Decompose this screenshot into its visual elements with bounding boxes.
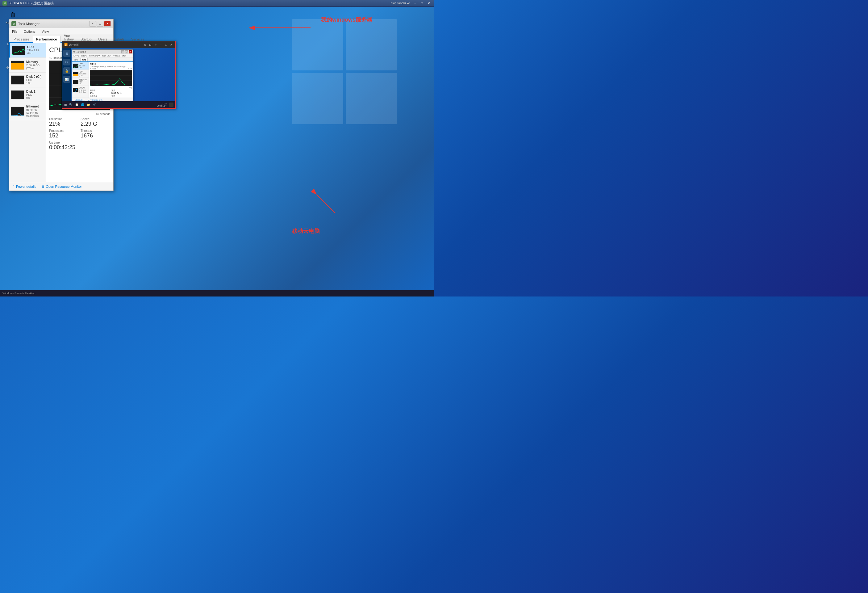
tm-menu-view[interactable]: View	[40, 29, 50, 34]
inner-search-btn[interactable]: 🔍	[69, 103, 72, 106]
inner-menu-app[interactable]: 应用历史记录	[89, 54, 100, 57]
inner-taskview-btn[interactable]: 📋	[75, 103, 78, 106]
inner-tm-icon: ⚙	[73, 51, 75, 53]
inner-menu-startup[interactable]: 启动	[102, 54, 106, 57]
sidebar-item-disk0[interactable]: Disk 0 (C:) HDD 1%	[9, 72, 46, 87]
inner-si-disk[interactable]: 磁盘 0 (C:) HDD 0%	[72, 78, 89, 86]
inner-fewer-details-btn[interactable]: ⌃ 摘要信息(S)	[73, 99, 85, 101]
inner-explorer-btn[interactable]: 📁	[87, 103, 90, 106]
inner-util-stat: 利用率 4%	[90, 90, 111, 95]
chart-time-label: 60 seconds	[49, 112, 110, 115]
inner-chart-labels: % 利用率 100%	[90, 68, 132, 70]
inner-edge-btn[interactable]: 🌐	[81, 103, 84, 106]
inner-menu-file[interactable]: 文件(F)	[73, 54, 79, 57]
win-quad-tr	[346, 19, 397, 70]
inner-task-manager: ⚙ 任务管理器 − □ ✕ 文件(F) 选项(O) 应用历史记录 启动 用户	[72, 49, 133, 101]
inner-open-resource-btn[interactable]: 🖥 打开资源监视器	[87, 99, 103, 101]
inner-cpu-mini	[73, 64, 78, 68]
cpu-sidebar-detail: 21% 2.29 GHz	[27, 49, 44, 55]
server-arrow	[246, 22, 314, 34]
sidebar-item-disk1[interactable]: Disk 1 HDD 0%	[9, 87, 46, 102]
threads-value: 1676	[81, 133, 110, 139]
tm-minimize-btn[interactable]: −	[89, 21, 96, 27]
inner-tm-max-btn[interactable]: □	[125, 50, 128, 53]
inner-menu-options[interactable]: 选项(O)	[81, 54, 87, 57]
minimize-button[interactable]: −	[412, 1, 418, 6]
processes-value: 152	[49, 133, 79, 139]
inner-tab-processes[interactable]: 进程	[73, 58, 80, 61]
win-quad-br	[346, 73, 397, 124]
inner-si-cpu[interactable]: CPU 4% 3.00 GHz	[72, 62, 89, 70]
inner-systray: 21:33 2023/11/4	[157, 102, 167, 107]
tm-maximize-btn[interactable]: □	[97, 21, 103, 27]
inner-store-btn[interactable]: 🛒	[93, 103, 96, 106]
inner-settings-icon[interactable]: ⚙	[143, 43, 147, 47]
disk0-sidebar-name: Disk 0 (C:)	[26, 75, 44, 78]
inner-si-mem[interactable]: 内存 2.1/4.0 GB (52%)	[72, 70, 89, 78]
inner-show-desktop-btn[interactable]	[169, 102, 173, 107]
inner-sidebar-ops-icon[interactable]: 📊	[63, 76, 70, 83]
uptime-stat: Up time 0:00:42:25	[49, 141, 110, 151]
util-stat-label: Utilisation	[49, 117, 79, 121]
tm-menu-file[interactable]: File	[11, 29, 19, 34]
eth-sidebar-info: Ethernet Ethernet S: 344 R: 96.0 Kbps	[26, 105, 44, 117]
remote-titlebar: 🖥 36.134.63.100 - 远程桌面连接 blog.tanglu.xe …	[0, 0, 434, 7]
close-button[interactable]: ✕	[426, 1, 431, 6]
inner-titlebar: 📶 远程桌面 ⚙ ⊡ ⤢ − □ ✕	[62, 41, 175, 48]
threads-stat: Threads 1676	[81, 129, 110, 139]
inner-desktop: ⊞ 🛡 🔒 📊 ⚙ 任务管理器 − □ ✕	[62, 48, 175, 101]
inner-menu-users[interactable]: 用户	[108, 54, 111, 57]
tm-menu-options[interactable]: Options	[22, 29, 37, 34]
inner-start-btn[interactable]: ⊞	[64, 103, 67, 106]
inner-sidebar-monitor-icon[interactable]: 🔒	[63, 67, 70, 74]
inner-minimize-icon[interactable]: −	[159, 43, 163, 47]
speed-value: 2.29 G	[81, 121, 110, 127]
maximize-button[interactable]: □	[419, 1, 425, 6]
tab-processes[interactable]: Processes	[10, 36, 33, 42]
inner-si-eth[interactable]: 以太网 发送: 0 接收: 0 Kbps	[72, 86, 89, 94]
sidebar-item-memory[interactable]: Memory 2.8/4.0 GB (70%)	[9, 58, 46, 72]
recycle-bin-icon: 🗑	[8, 10, 18, 20]
inner-util-label: % 利用率	[90, 68, 96, 70]
inner-tm-close-btn[interactable]: ✕	[129, 50, 132, 53]
inner-taskbar: ⊞ 🔍 📋 🌐 📁 🛒 21:33 2023/11/4	[62, 101, 175, 108]
tm-close-btn[interactable]: ✕	[104, 21, 111, 27]
inner-menu-details[interactable]: 详细信息	[113, 54, 120, 57]
tab-performance[interactable]: Performance	[33, 36, 60, 43]
cpu-sidebar-name: CPU	[27, 46, 44, 49]
server-annotation: 我的windows服务器	[321, 16, 372, 24]
inner-si-mem-text: 内存 2.1/4.0 GB (52%)	[79, 71, 88, 77]
open-resource-monitor-label: Open Resource Monitor	[46, 185, 82, 188]
mem-sidebar-detail: 2.8/4.0 GB (70%)	[26, 64, 44, 70]
inner-cpu-title: CPU	[90, 63, 132, 66]
fewer-details-label: Fewer details	[16, 185, 36, 188]
inner-sidebar-app-icon[interactable]: ⊞	[63, 50, 70, 57]
inner-tm-min-btn[interactable]: −	[121, 50, 124, 53]
sidebar-item-ethernet[interactable]: Ethernet Ethernet S: 344 R: 96.0 Kbps	[9, 102, 46, 120]
open-resource-monitor-btn[interactable]: 🖥 Open Resource Monitor	[41, 185, 82, 188]
cloud-annotation: 移动云电脑	[292, 227, 320, 235]
inner-base-val: 3.00 GHz	[90, 97, 111, 98]
inner-sidebar-security-icon[interactable]: 🛡	[63, 59, 70, 65]
inner-sockets-stat: 插槽 1	[111, 95, 133, 98]
uptime-label: Up time	[49, 141, 110, 144]
inner-maximize-icon[interactable]: □	[164, 43, 168, 47]
inner-titlebar-icons: ⚙ ⊡ ⤢ − □ ✕	[143, 43, 173, 47]
inner-max-label: 100%	[128, 68, 132, 70]
threads-label: Threads	[81, 129, 110, 133]
fewer-details-btn[interactable]: ⌃ Fewer details	[12, 184, 36, 188]
inner-fit-icon[interactable]: ⊡	[148, 43, 152, 47]
inner-title-text: 远程桌面	[69, 43, 79, 47]
inner-mem-mini	[73, 72, 78, 76]
inner-close-icon[interactable]: ✕	[169, 43, 173, 47]
inner-cpu-chart	[90, 70, 132, 86]
inner-tab-performance[interactable]: 性能	[80, 58, 88, 61]
sidebar-item-cpu[interactable]: CPU 21% 2.29 GHz	[9, 43, 46, 58]
cpu-sidebar-info: CPU 21% 2.29 GHz	[27, 46, 44, 55]
inner-fullscreen-icon[interactable]: ⤢	[154, 43, 158, 47]
disk1-type: HDD	[26, 93, 44, 96]
inner-menu-services[interactable]: 服务	[122, 54, 126, 57]
disk0-sidebar-info: Disk 0 (C:) HDD 1%	[26, 75, 44, 84]
inner-sidebar: ⊞ 🛡 🔒 📊	[62, 48, 71, 101]
disk0-mini-chart	[11, 75, 24, 84]
